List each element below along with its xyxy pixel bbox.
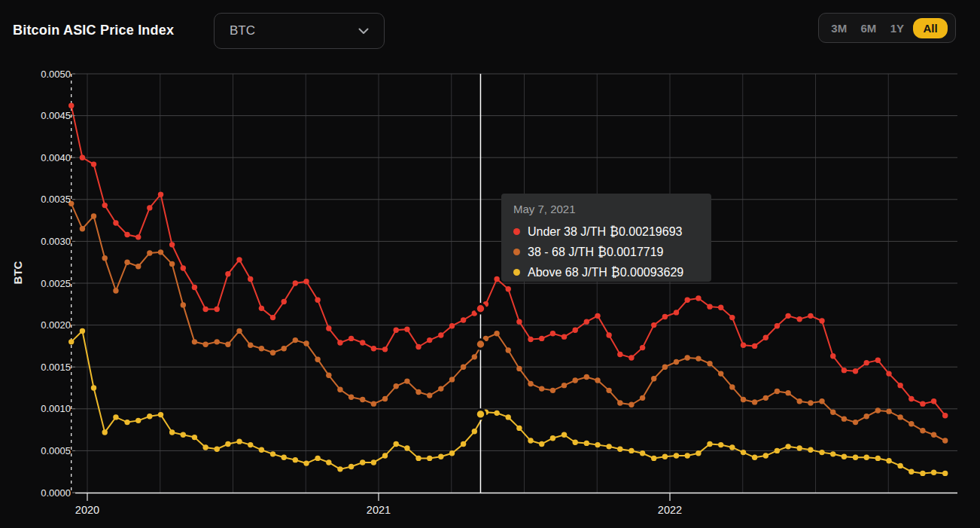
series-dot-icon: [513, 228, 520, 235]
tooltip-series-value: ₿0.00093629: [611, 266, 683, 279]
time-range-selector: 3M 6M 1Y All: [818, 13, 956, 43]
tooltip-row-above-68: Above 68 J/TH ₿0.00093629: [512, 262, 701, 282]
svg-text:0.0045: 0.0045: [41, 110, 71, 121]
svg-text:2021: 2021: [367, 504, 391, 516]
range-button-1y[interactable]: 1Y: [886, 20, 908, 37]
tooltip-series-label: Above 68 J/TH: [528, 266, 607, 279]
svg-text:2022: 2022: [658, 504, 682, 516]
tooltip-series-value: ₿0.00219693: [610, 225, 682, 239]
y-axis-title: BTC: [11, 261, 24, 284]
range-button-3m[interactable]: 3M: [826, 20, 851, 37]
svg-text:0.0010: 0.0010: [41, 403, 71, 414]
tooltip-date: May 7, 2021: [513, 203, 701, 215]
chevron-down-icon: [358, 28, 369, 35]
tooltip-row-38-68: 38 - 68 J/TH ₿0.0017719: [512, 242, 701, 262]
tooltip-series-label: Under 38 J/TH: [528, 225, 606, 239]
svg-text:0.0015: 0.0015: [41, 362, 71, 373]
hovered-point: [476, 410, 485, 419]
svg-text:0.0030: 0.0030: [41, 236, 71, 247]
currency-dropdown-value: BTC: [230, 23, 358, 38]
chart-tooltip: May 7, 2021 Under 38 J/TH ₿0.00219693 38…: [501, 194, 711, 282]
tooltip-series-label: 38 - 68 J/TH: [528, 246, 594, 259]
x-axis: 202020212022: [75, 493, 682, 516]
svg-text:0.0040: 0.0040: [41, 152, 71, 163]
tooltip-row-under-38: Under 38 J/TH ₿0.00219693: [512, 221, 701, 242]
svg-text:0.0035: 0.0035: [41, 194, 71, 205]
svg-text:0.0005: 0.0005: [41, 445, 71, 456]
currency-dropdown[interactable]: BTC: [214, 13, 385, 49]
hovered-point: [476, 304, 485, 313]
y-axis: 0.00000.00050.00100.00150.00200.00250.00…: [41, 69, 75, 499]
series-dot-icon: [513, 249, 520, 255]
svg-text:0.0025: 0.0025: [41, 278, 71, 289]
svg-text:2020: 2020: [75, 504, 99, 516]
svg-text:0.0000: 0.0000: [41, 487, 71, 499]
range-button-6m[interactable]: 6M: [857, 20, 881, 37]
price-chart[interactable]: 0.00000.00050.00100.00150.00200.00250.00…: [0, 0, 980, 528]
svg-text:0.0050: 0.0050: [41, 69, 71, 80]
hovered-point: [476, 340, 485, 349]
range-button-all[interactable]: All: [913, 18, 947, 38]
tooltip-series-value: ₿0.0017719: [598, 246, 663, 259]
page-title: Bitcoin ASIC Price Index: [13, 23, 174, 38]
series-dot-icon: [513, 269, 520, 276]
svg-text:0.0020: 0.0020: [41, 319, 71, 331]
